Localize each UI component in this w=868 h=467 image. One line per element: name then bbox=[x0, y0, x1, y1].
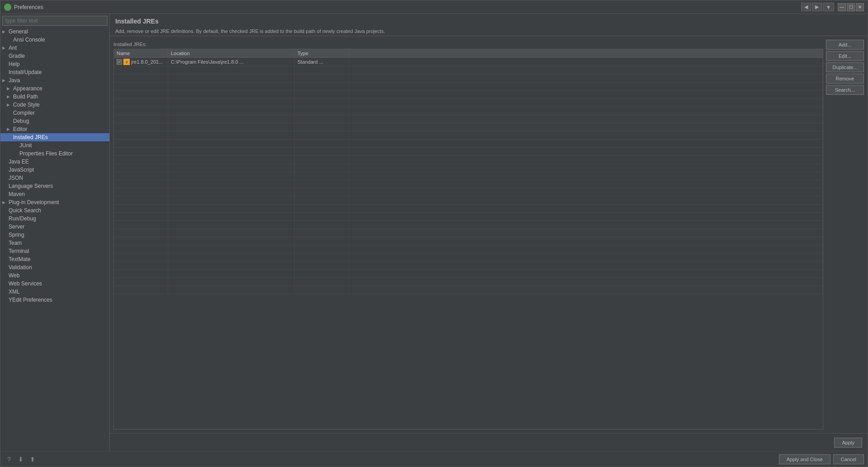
table-row-empty bbox=[114, 205, 823, 213]
import-icon[interactable]: ⬇ bbox=[16, 454, 26, 464]
table-row-empty bbox=[114, 123, 823, 131]
sidebar-item-ansi-console[interactable]: Ansi Console bbox=[0, 36, 109, 44]
tree-arrow-icon: ▶ bbox=[2, 46, 9, 50]
sidebar-item-textmate[interactable]: TextMate bbox=[0, 255, 109, 263]
empty-cell bbox=[295, 115, 349, 123]
sidebar-item-spring[interactable]: Spring bbox=[0, 231, 109, 239]
sidebar-item-web[interactable]: Web bbox=[0, 271, 109, 280]
sidebar-item-code-style[interactable]: ▶Code Style bbox=[0, 101, 109, 109]
sidebar-item-ant[interactable]: ▶Ant bbox=[0, 44, 109, 52]
sidebar-item-maven[interactable]: Maven bbox=[0, 190, 109, 198]
minimize-button[interactable]: — bbox=[838, 3, 846, 11]
maximize-button[interactable]: ☐ bbox=[847, 3, 855, 11]
sidebar-item-debug[interactable]: Debug bbox=[0, 117, 109, 125]
close-button[interactable]: ✕ bbox=[856, 3, 864, 11]
empty-cell bbox=[349, 278, 823, 285]
footer-bar: ? ⬇ ⬆ Apply and Close Cancel bbox=[0, 451, 868, 467]
empty-cell bbox=[349, 131, 823, 139]
nav-menu-button[interactable]: ▼ bbox=[823, 3, 834, 11]
export-icon[interactable]: ⬆ bbox=[28, 454, 38, 464]
tree: ▶GeneralAnsi Console▶AntGradleHelpInstal… bbox=[0, 28, 109, 451]
empty-cell bbox=[349, 180, 823, 188]
sidebar-item-terminal[interactable]: Terminal bbox=[0, 247, 109, 255]
cancel-button[interactable]: Cancel bbox=[833, 454, 864, 464]
jre-checkbox[interactable]: ✓ bbox=[117, 59, 122, 65]
sidebar-item-javascript[interactable]: JavaScript bbox=[0, 166, 109, 174]
col-rest-header bbox=[349, 49, 823, 57]
sidebar-item-run-debug[interactable]: Run/Debug bbox=[0, 215, 109, 223]
sidebar-item-editor[interactable]: ▶Editor bbox=[0, 125, 109, 133]
sidebar-item-quick-search[interactable]: Quick Search bbox=[0, 206, 109, 215]
tree-arrow-icon: ▶ bbox=[2, 78, 9, 83]
sidebar-item-general[interactable]: ▶General bbox=[0, 28, 109, 36]
empty-cell bbox=[114, 196, 168, 204]
empty-cell bbox=[295, 286, 349, 294]
edit-button[interactable]: Edit... bbox=[826, 51, 864, 61]
tree-item-label: Spring bbox=[9, 232, 24, 238]
sidebar-item-java-ee[interactable]: Java EE bbox=[0, 158, 109, 166]
sidebar-item-language-servers[interactable]: Language Servers bbox=[0, 182, 109, 190]
empty-cell bbox=[295, 262, 349, 269]
sidebar-item-gradle[interactable]: Gradle bbox=[0, 52, 109, 60]
sidebar-item-team[interactable]: Team bbox=[0, 239, 109, 247]
tree-arrow-icon: ▶ bbox=[7, 94, 13, 99]
empty-cell bbox=[295, 221, 349, 229]
filter-input[interactable] bbox=[2, 16, 108, 26]
empty-cell bbox=[349, 164, 823, 172]
empty-cell bbox=[295, 75, 349, 82]
apply-button[interactable]: Apply bbox=[834, 438, 862, 448]
empty-cell bbox=[168, 262, 295, 269]
subtitle-label: Installed JREs: bbox=[113, 42, 823, 47]
sidebar-item-installed-jres[interactable]: Installed JREs bbox=[0, 133, 109, 141]
tree-item-label: Web bbox=[9, 272, 19, 279]
footer-left: ? ⬇ ⬆ bbox=[4, 454, 38, 464]
table-row-empty bbox=[114, 196, 823, 205]
tree-item-label: Installed JREs bbox=[13, 134, 48, 140]
panel-description: Add, remove or edit JRE definitions. By … bbox=[115, 28, 862, 34]
restore-defaults-icon[interactable]: ? bbox=[4, 454, 14, 464]
sidebar-item-xml[interactable]: XML bbox=[0, 288, 109, 296]
tree-item-label: General bbox=[9, 28, 28, 35]
nav-forward-button[interactable]: ▶ bbox=[812, 3, 822, 11]
sidebar-item-web-services[interactable]: Web Services bbox=[0, 280, 109, 288]
nav-back-button[interactable]: ◀ bbox=[801, 3, 811, 11]
table-row-empty bbox=[114, 180, 823, 188]
sidebar-item-install-update[interactable]: Install/Update bbox=[0, 68, 109, 76]
sidebar-item-plug-in-development[interactable]: ▶Plug-in Development bbox=[0, 198, 109, 206]
empty-cell bbox=[114, 245, 168, 253]
sidebar-item-build-path[interactable]: ▶Build Path bbox=[0, 93, 109, 101]
sidebar-item-yedit-preferences[interactable]: YEdit Preferences bbox=[0, 296, 109, 304]
table-row[interactable]: ✓Jjre1.8.0_201...C:\Program Files\Java\j… bbox=[114, 58, 823, 66]
empty-cell bbox=[349, 205, 823, 212]
tree-item-label: Validation bbox=[9, 264, 32, 271]
panel-title: Installed JREs bbox=[115, 18, 159, 25]
search-button[interactable]: Search... bbox=[826, 85, 864, 95]
table-row-empty bbox=[114, 237, 823, 245]
tree-item-label: Ant bbox=[9, 45, 17, 51]
empty-cell bbox=[168, 278, 295, 285]
sidebar-item-junit[interactable]: JUnit bbox=[0, 141, 109, 149]
table-row-empty bbox=[114, 66, 823, 75]
sidebar-item-compiler[interactable]: Compiler bbox=[0, 109, 109, 117]
remove-button[interactable]: Remove bbox=[826, 74, 864, 84]
empty-cell bbox=[114, 253, 168, 261]
tree-item-label: Editor bbox=[13, 126, 27, 132]
sidebar-item-appearance[interactable]: ▶Appearance bbox=[0, 84, 109, 93]
duplicate-button[interactable]: Duplicate... bbox=[826, 62, 864, 72]
sidebar-item-properties-files-editor[interactable]: Properties Files Editor bbox=[0, 149, 109, 158]
empty-cell bbox=[349, 123, 823, 131]
tree-item-label: Help bbox=[9, 61, 20, 67]
empty-cell bbox=[168, 91, 295, 98]
sidebar-item-json[interactable]: JSON bbox=[0, 174, 109, 182]
sidebar-item-server[interactable]: Server bbox=[0, 223, 109, 231]
empty-cell bbox=[114, 140, 168, 147]
empty-cell bbox=[114, 148, 168, 155]
sidebar-item-help[interactable]: Help bbox=[0, 60, 109, 68]
empty-cell bbox=[349, 237, 823, 245]
sidebar-item-validation[interactable]: Validation bbox=[0, 263, 109, 271]
empty-cell bbox=[114, 270, 168, 277]
apply-and-close-button[interactable]: Apply and Close bbox=[779, 454, 830, 464]
add-button[interactable]: Add... bbox=[826, 40, 864, 50]
sidebar-item-java[interactable]: ▶Java bbox=[0, 76, 109, 84]
empty-cell bbox=[295, 213, 349, 220]
